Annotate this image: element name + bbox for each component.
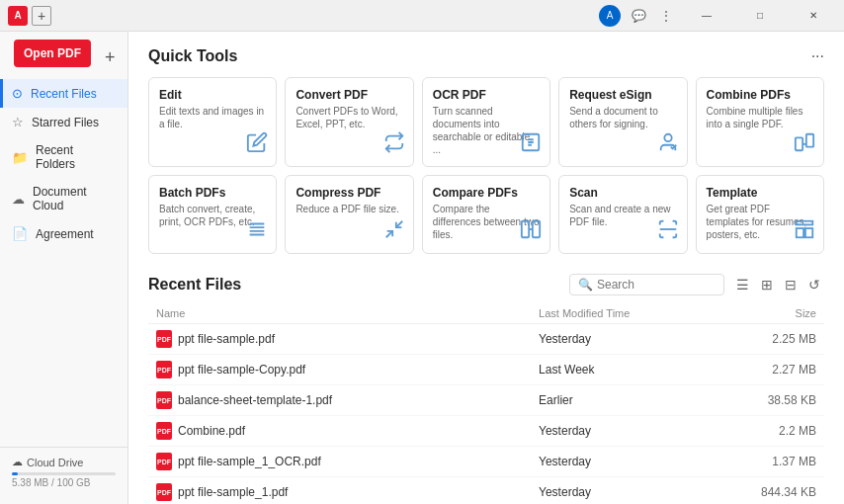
files-table-head: Name Last Modified Time Size <box>148 303 824 324</box>
star-button[interactable]: ☆ <box>251 424 262 438</box>
tool-icon-scan <box>657 218 679 245</box>
table-row[interactable]: PDF Combine.pdf ☆ ↑ ··· Yesterday 2.2 MB <box>148 416 824 447</box>
star-button[interactable]: ☆ <box>281 332 292 346</box>
pdf-icon: PDF <box>156 422 172 440</box>
search-box: 🔍 <box>569 274 724 295</box>
upload-button[interactable]: ↑ <box>308 485 314 499</box>
file-name: Combine.pdf <box>178 424 245 438</box>
tool-card-template[interactable]: Template Get great PDF templates for res… <box>696 175 824 254</box>
star-button[interactable]: ☆ <box>327 455 338 468</box>
star-button[interactable]: ☆ <box>338 393 349 407</box>
more-button[interactable]: ··· <box>336 363 346 377</box>
grid-view-button[interactable]: ⊞ <box>757 275 777 294</box>
upload-button[interactable]: ↑ <box>266 424 272 438</box>
menu-icon[interactable]: ⋮ <box>656 6 676 26</box>
svg-rect-1 <box>796 137 802 150</box>
file-row-name: PDF ppt file-sample-Copy.pdf ☆ ↑ ··· <box>156 361 523 378</box>
chat-icon[interactable]: 💬 <box>629 6 648 26</box>
svg-line-3 <box>396 221 402 227</box>
tool-title-scan: Scan <box>569 186 676 200</box>
minimize-button[interactable]: — <box>684 0 729 32</box>
sidebar-item-agreement[interactable]: 📄 Agreement <box>0 219 127 248</box>
file-size-cell: 1.37 MB <box>707 447 824 477</box>
upload-button[interactable]: ↑ <box>326 363 332 377</box>
more-button[interactable]: ··· <box>363 393 373 407</box>
upload-button[interactable]: ↑ <box>342 455 348 468</box>
table-row[interactable]: PDF ppt file-sample_1.pdf ☆ ↑ ··· Yester… <box>148 477 824 505</box>
file-size-cell: 38.58 KB <box>707 385 824 416</box>
star-button[interactable]: ☆ <box>294 485 304 499</box>
file-size-cell: 2.25 MB <box>707 324 824 355</box>
refresh-button[interactable]: ↺ <box>804 275 824 294</box>
view-controls: ☰ ⊞ ⊟ ↺ <box>732 275 824 294</box>
tool-desc-compress: Reduce a PDF file size. <box>295 203 402 215</box>
tool-icon-batch <box>246 218 268 245</box>
sidebar-label-recent-files: Recent Files <box>31 87 97 101</box>
tool-card-combine[interactable]: Combine PDFs Combine multiple files into… <box>696 77 824 167</box>
main-container: Open PDF + ⊙ Recent Files ☆ Starred File… <box>0 32 844 504</box>
sidebar: Open PDF + ⊙ Recent Files ☆ Starred File… <box>0 32 128 504</box>
sidebar-label-agreement: Agreement <box>36 227 94 241</box>
svg-rect-5 <box>522 221 529 238</box>
recent-files-controls: 🔍 ☰ ⊞ ⊟ ↺ <box>569 274 824 295</box>
sidebar-item-recent-folders[interactable]: 📁 Recent Folders <box>0 136 127 178</box>
table-row[interactable]: PDF ppt file-sample_1_OCR.pdf ☆ ↑ ··· Ye… <box>148 447 824 477</box>
filter-button[interactable]: ⊟ <box>781 275 801 294</box>
tool-card-scan[interactable]: Scan Scan and create a new PDF file. <box>558 175 687 254</box>
upload-button[interactable]: ↑ <box>353 393 359 407</box>
table-row[interactable]: PDF ppt file-sample-Copy.pdf ☆ ↑ ··· Las… <box>148 355 824 385</box>
tool-card-compare[interactable]: Compare PDFs Compare the differences bet… <box>422 175 550 254</box>
tool-icon-sign <box>657 131 679 158</box>
more-button[interactable]: ··· <box>318 485 328 499</box>
file-name-cell: PDF balance-sheet-template-1.pdf ☆ ↑ ··· <box>148 385 531 416</box>
cloud-storage-text: 5.38 MB / 100 GB <box>12 477 116 488</box>
sidebar-item-starred-files[interactable]: ☆ Starred Files <box>0 108 127 136</box>
more-button[interactable]: ··· <box>276 424 286 438</box>
tool-title-ocr: OCR PDF <box>433 88 540 102</box>
search-input[interactable] <box>597 278 716 292</box>
close-button[interactable]: ✕ <box>791 0 836 32</box>
file-name: balance-sheet-template-1.pdf <box>178 393 332 407</box>
tool-card-edit[interactable]: Edit Edit texts and images in a file. <box>148 77 277 167</box>
starred-files-icon: ☆ <box>12 115 24 129</box>
sidebar-item-recent-files[interactable]: ⊙ Recent Files <box>0 79 127 108</box>
sidebar-add-button[interactable]: + <box>101 43 120 72</box>
file-size-cell: 844.34 KB <box>707 477 824 505</box>
add-tab-button[interactable]: + <box>32 6 51 26</box>
file-name: ppt file-sample_1.pdf <box>178 485 288 499</box>
profile-icon[interactable]: A <box>599 5 621 27</box>
tool-card-compress[interactable]: Compress PDF Reduce a PDF file size. <box>285 175 413 254</box>
upload-button[interactable]: ↑ <box>295 332 301 346</box>
recent-files-header: Recent Files 🔍 ☰ ⊞ ⊟ ↺ <box>148 274 824 295</box>
col-modified: Last Modified Time <box>531 303 707 324</box>
tool-card-convert[interactable]: Convert PDF Convert PDFs to Word, Excel,… <box>285 77 413 167</box>
sidebar-label-recent-folders: Recent Folders <box>36 143 116 171</box>
more-button[interactable]: ··· <box>305 332 315 346</box>
search-icon: 🔍 <box>578 278 593 292</box>
quick-tools-more-button[interactable]: ··· <box>811 47 824 65</box>
maximize-button[interactable]: □ <box>737 0 783 32</box>
title-bar: A + A 💬 ⋮ — □ ✕ <box>0 0 844 32</box>
more-button[interactable]: ··· <box>352 455 362 468</box>
tool-desc-edit: Edit texts and images in a file. <box>159 105 266 130</box>
tool-card-batch[interactable]: Batch PDFs Batch convert, create, print,… <box>148 175 277 254</box>
tool-title-edit: Edit <box>159 88 266 102</box>
cloud-drive-title: Cloud Drive <box>27 457 83 468</box>
list-view-button[interactable]: ☰ <box>732 275 753 294</box>
table-row[interactable]: PDF ppt file-sample.pdf ☆ ↑ ··· Yesterda… <box>148 324 824 355</box>
open-pdf-button[interactable]: Open PDF <box>14 40 91 67</box>
title-bar-left: A + <box>8 6 51 26</box>
table-row[interactable]: PDF balance-sheet-template-1.pdf ☆ ↑ ···… <box>148 385 824 416</box>
sidebar-item-document-cloud[interactable]: ☁ Document Cloud <box>0 178 127 219</box>
tool-desc-combine: Combine multiple files into a single PDF… <box>707 105 813 130</box>
file-modified-cell: Yesterday <box>531 477 707 505</box>
title-bar-right: A 💬 ⋮ — □ ✕ <box>599 0 836 32</box>
files-table-body: PDF ppt file-sample.pdf ☆ ↑ ··· Yesterda… <box>148 324 824 505</box>
cloud-storage-bar <box>12 472 116 475</box>
tool-card-ocr[interactable]: OCR PDF Turn scanned documents into sear… <box>422 77 550 167</box>
quick-tools-header: Quick Tools ··· <box>148 47 824 65</box>
star-button[interactable]: ☆ <box>311 363 322 377</box>
file-modified-cell: Yesterday <box>531 447 707 477</box>
file-name: ppt file-sample.pdf <box>178 332 275 346</box>
tool-card-sign[interactable]: Request eSign Send a document to others … <box>558 77 687 167</box>
